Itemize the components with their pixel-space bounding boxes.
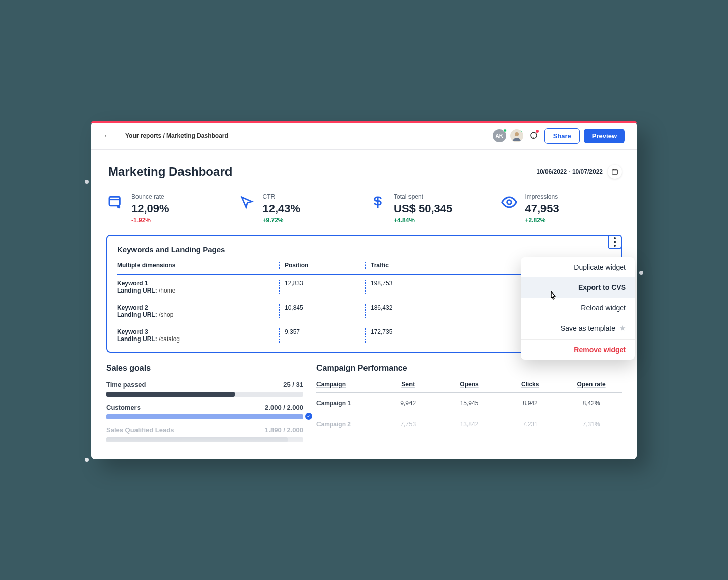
widget-menu-button[interactable] <box>608 235 622 249</box>
goal-value: 2.000 / 2.000 <box>265 404 303 411</box>
column-header[interactable]: Sent <box>378 381 439 388</box>
column-header[interactable]: Traffic <box>365 262 451 269</box>
svg-rect-2 <box>612 169 618 174</box>
metric-delta: -1.92% <box>131 217 169 224</box>
metric-label: Total spent <box>394 193 452 200</box>
goal-value: 1.890 / 2.000 <box>265 426 303 434</box>
date-range-text: 10/06/2022 - 10/07/2022 <box>536 168 603 175</box>
metric-card: Bounce rate 12,09% -1.92% <box>106 193 229 224</box>
page-content: Marketing Dashboard 10/06/2022 - 10/07/2… <box>91 150 637 459</box>
table-row[interactable]: Campaign 19,94215,9458,9428,42% <box>316 393 622 414</box>
cell: 8,42% <box>561 400 622 407</box>
campaign-performance-widget: Campaign Performance CampaignSentOpensCl… <box>316 364 622 449</box>
metric-label: Impressions <box>525 193 559 200</box>
cell-position: 10,845 <box>279 304 365 318</box>
menu-item-reload-widget[interactable]: Reload widget <box>521 298 635 318</box>
menu-item-duplicate-widget[interactable]: Duplicate widget <box>521 257 635 277</box>
app-window: ← Your reports / Marketing Dashboard AK … <box>91 121 637 459</box>
column-header[interactable]: Clicks <box>499 381 561 388</box>
svg-rect-3 <box>109 197 120 205</box>
metric-value: 12,09% <box>131 202 169 215</box>
goal-label: Customers <box>106 404 141 411</box>
progress-fill <box>106 392 235 397</box>
widget-title: Keywords and Landing Pages <box>117 245 611 254</box>
metric-label: Bounce rate <box>131 193 169 200</box>
cell: 7,753 <box>378 421 439 428</box>
cell: 9,942 <box>378 400 439 407</box>
goal-value: 25 / 31 <box>283 381 303 389</box>
top-bar: ← Your reports / Marketing Dashboard AK … <box>91 123 637 150</box>
cell-position: 12,833 <box>279 280 365 294</box>
metric-value: US$ 50,345 <box>394 202 452 215</box>
campaign-table-header: CampaignSentOpensClicksOpen rate <box>316 381 622 393</box>
menu-item-remove-widget[interactable]: Remove widget <box>521 339 635 360</box>
progress-fill <box>106 414 303 419</box>
keyword-name: Keyword 1 <box>117 280 279 287</box>
metric-value: 12,43% <box>263 202 301 215</box>
column-header[interactable]: Open rate <box>561 381 622 388</box>
cursor-icon <box>238 193 256 211</box>
widget-title: Sales goals <box>106 364 303 373</box>
metric-delta: +9.72% <box>263 217 301 224</box>
metric-label: CTR <box>263 193 301 200</box>
metric-delta: +2.82% <box>525 217 559 224</box>
progress-bar: ✓ <box>106 414 303 419</box>
decorative-dot <box>85 180 89 184</box>
cell: 8,942 <box>499 400 561 407</box>
avatar-user2[interactable] <box>510 129 523 142</box>
presence-dot-icon <box>503 129 507 132</box>
notification-dot-icon <box>536 130 539 133</box>
menu-item-save-as-template[interactable]: Save as template★ <box>521 318 635 339</box>
progress-bar <box>106 437 303 442</box>
table-row[interactable]: Campaign 27,75313,8427,2317,31% <box>316 414 622 435</box>
landing-url-path: /catalog <box>159 335 180 343</box>
svg-point-1 <box>531 132 537 138</box>
page-title: Marketing Dashboard <box>108 165 232 179</box>
keyword-name: Keyword 3 <box>117 328 279 335</box>
keywords-widget: Keywords and Landing Pages Duplicate wid… <box>106 235 622 353</box>
column-header[interactable]: Multiple dimensions <box>117 262 279 269</box>
metric-value: 47,953 <box>525 202 559 215</box>
cell-position: 9,357 <box>279 328 365 343</box>
back-arrow-icon[interactable]: ← <box>103 131 111 140</box>
metrics-row: Bounce rate 12,09% -1.92% CTR 12,43% +9.… <box>106 193 622 224</box>
browser-exit-icon <box>106 193 124 211</box>
preview-button[interactable]: Preview <box>584 129 625 143</box>
landing-url-path: /shop <box>159 311 173 318</box>
widget-title: Campaign Performance <box>316 364 622 373</box>
column-header[interactable]: Position <box>279 262 365 269</box>
eye-icon <box>500 193 518 211</box>
svg-point-4 <box>507 200 511 204</box>
avatar-ak[interactable]: AK <box>493 129 506 142</box>
cell-traffic: 172,735 <box>365 328 451 343</box>
breadcrumb[interactable]: Your reports / Marketing Dashboard <box>125 132 229 139</box>
date-range-picker[interactable]: 10/06/2022 - 10/07/2022 <box>536 165 622 179</box>
goal-label: Sales Qualified Leads <box>106 426 174 434</box>
metric-delta: +4.84% <box>394 217 452 224</box>
goal-row: Time passed 25 / 31 <box>106 381 303 397</box>
sales-goals-widget: Sales goals Time passed 25 / 31 Customer… <box>106 364 303 449</box>
goal-label: Time passed <box>106 381 146 389</box>
cell: 15,945 <box>439 400 500 407</box>
comments-icon[interactable] <box>527 129 540 142</box>
widget-context-menu: Duplicate widgetExport to CVSReload widg… <box>521 257 635 360</box>
cell: Campaign 1 <box>316 400 378 407</box>
cell-traffic: 186,432 <box>365 304 451 318</box>
landing-url-label: Landing URL: <box>117 287 157 294</box>
progress-fill <box>106 437 288 442</box>
keyword-name: Keyword 2 <box>117 304 279 311</box>
share-button[interactable]: Share <box>544 128 580 144</box>
decorative-dot <box>639 271 643 275</box>
cell: 7,231 <box>499 421 561 428</box>
column-header[interactable]: Campaign <box>316 381 378 388</box>
landing-url-path: /home <box>159 287 175 294</box>
cell: 7,31% <box>561 421 622 428</box>
metric-card: Total spent US$ 50,345 +4.84% <box>369 193 491 224</box>
dollar-icon <box>369 193 387 211</box>
calendar-icon[interactable] <box>608 165 622 179</box>
menu-item-export-to-cvs[interactable]: Export to CVS <box>521 277 635 298</box>
column-header[interactable]: Opens <box>439 381 500 388</box>
cell-traffic: 198,753 <box>365 280 451 294</box>
landing-url-label: Landing URL: <box>117 311 157 318</box>
star-icon: ★ <box>619 324 626 333</box>
